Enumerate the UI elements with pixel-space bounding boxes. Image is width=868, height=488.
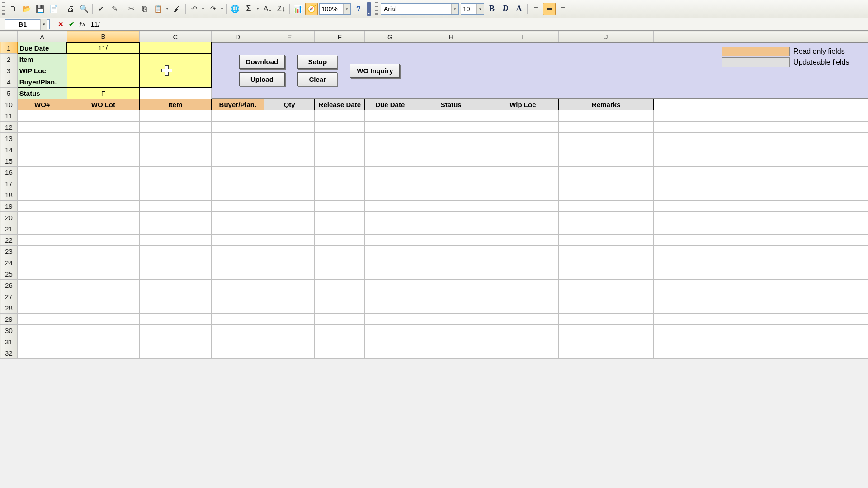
cell[interactable]: [211, 246, 264, 257]
cell[interactable]: [365, 155, 415, 167]
cell[interactable]: [211, 155, 264, 167]
cell[interactable]: [67, 189, 140, 201]
cell[interactable]: [315, 189, 365, 201]
font-name-combo[interactable]: ▾: [381, 3, 459, 15]
cell[interactable]: [315, 314, 365, 325]
cell[interactable]: [315, 201, 365, 212]
cell[interactable]: [67, 257, 140, 268]
cell[interactable]: [17, 178, 67, 189]
cell[interactable]: [365, 144, 415, 155]
cell[interactable]: [487, 246, 559, 257]
cell[interactable]: [654, 291, 868, 302]
cell[interactable]: [654, 99, 868, 110]
cell[interactable]: [559, 223, 654, 235]
cell[interactable]: [315, 212, 365, 223]
cell[interactable]: [415, 347, 487, 359]
chevron-down-icon[interactable]: ▾: [451, 4, 458, 14]
cell[interactable]: [17, 223, 67, 235]
cell[interactable]: [365, 235, 415, 246]
cell[interactable]: [264, 325, 315, 336]
row-header-28[interactable]: 28: [0, 302, 18, 314]
cell[interactable]: [365, 189, 415, 201]
print-preview-icon[interactable]: 🔍: [78, 3, 90, 15]
font-name-input[interactable]: [381, 5, 451, 14]
cell[interactable]: [559, 246, 654, 257]
cell[interactable]: [17, 201, 67, 212]
cell[interactable]: [17, 155, 67, 167]
row-header-16[interactable]: 16: [0, 167, 18, 178]
align-right-icon[interactable]: ≡: [557, 3, 569, 15]
sort-desc-icon[interactable]: Z↓: [275, 3, 288, 15]
zoom-input[interactable]: [320, 5, 343, 14]
wo-inquiry-button[interactable]: WO Inquiry: [350, 64, 400, 78]
align-center-icon[interactable]: ≣: [543, 3, 556, 15]
cell[interactable]: [559, 155, 654, 167]
cell[interactable]: [140, 88, 211, 99]
cell[interactable]: [415, 201, 487, 212]
cell[interactable]: [654, 257, 868, 268]
col-header-overflow[interactable]: [654, 31, 868, 42]
cell[interactable]: [365, 122, 415, 133]
cell[interactable]: [559, 314, 654, 325]
cell[interactable]: [17, 189, 67, 201]
cell[interactable]: [211, 178, 264, 189]
cell[interactable]: [17, 110, 67, 122]
cell[interactable]: [140, 302, 211, 314]
row-header-19[interactable]: 19: [0, 201, 18, 212]
open-icon[interactable]: 📂: [20, 3, 33, 15]
cell[interactable]: [67, 110, 140, 122]
row-header-12[interactable]: 12: [0, 122, 18, 133]
cell[interactable]: [415, 155, 487, 167]
help-icon[interactable]: ?: [352, 3, 365, 15]
cell[interactable]: [487, 235, 559, 246]
row-header-10[interactable]: 10: [0, 99, 18, 110]
cell[interactable]: [140, 235, 211, 246]
cell[interactable]: [211, 144, 264, 155]
cell[interactable]: [559, 280, 654, 291]
redo-dropdown[interactable]: ▾: [220, 3, 224, 15]
cell[interactable]: [487, 167, 559, 178]
cell[interactable]: [559, 189, 654, 201]
format-paint-icon[interactable]: 🖌: [171, 3, 184, 15]
cell[interactable]: [264, 110, 315, 122]
cell[interactable]: [315, 336, 365, 347]
cell[interactable]: [264, 133, 315, 144]
cell[interactable]: [559, 144, 654, 155]
cell[interactable]: [315, 155, 365, 167]
cell[interactable]: [559, 133, 654, 144]
cell[interactable]: [264, 178, 315, 189]
cell[interactable]: [315, 291, 365, 302]
cell[interactable]: [315, 178, 365, 189]
cell[interactable]: [211, 257, 264, 268]
undo-icon[interactable]: ↶: [188, 3, 200, 15]
copy-icon[interactable]: ⎘: [138, 3, 151, 15]
cell[interactable]: [315, 167, 365, 178]
cell[interactable]: [654, 347, 868, 359]
cell[interactable]: [264, 268, 315, 280]
cell[interactable]: [67, 133, 140, 144]
cell[interactable]: [365, 223, 415, 235]
cell[interactable]: [654, 133, 868, 144]
cell[interactable]: [17, 325, 67, 336]
cell[interactable]: [654, 223, 868, 235]
cell[interactable]: [211, 235, 264, 246]
cell[interactable]: [559, 291, 654, 302]
cell[interactable]: [264, 302, 315, 314]
zoom-combo[interactable]: ▾: [319, 3, 351, 15]
row-header-31[interactable]: 31: [0, 336, 18, 347]
cell[interactable]: [140, 212, 211, 223]
cell[interactable]: [315, 246, 365, 257]
cell[interactable]: [415, 223, 487, 235]
cell[interactable]: [315, 235, 365, 246]
row-header-27[interactable]: 27: [0, 291, 18, 302]
filter-item-to[interactable]: [140, 54, 211, 65]
accept-icon[interactable]: ✔: [67, 19, 76, 29]
cell[interactable]: [487, 178, 559, 189]
cell[interactable]: [559, 235, 654, 246]
cell[interactable]: [487, 347, 559, 359]
navigator-icon[interactable]: 🧭: [305, 3, 318, 15]
filter-wip-loc-to[interactable]: [140, 65, 211, 76]
cell[interactable]: [365, 257, 415, 268]
row-header-21[interactable]: 21: [0, 223, 18, 235]
chevron-down-icon[interactable]: ▾: [40, 19, 47, 30]
